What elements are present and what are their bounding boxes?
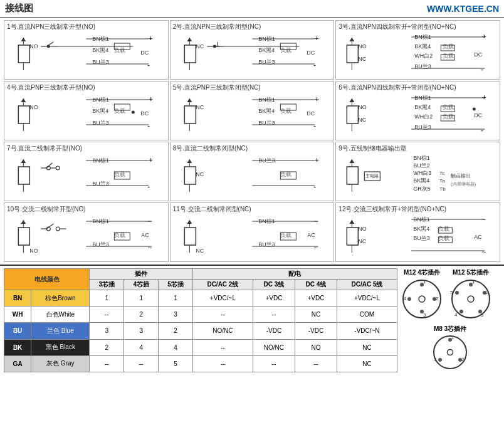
table-section: 电线颜色 插件 配电 3芯插 4芯插 5芯插 DC/AC 2线 DC 3线 DC… bbox=[0, 266, 504, 375]
svg-text:NO: NO bbox=[29, 43, 38, 50]
diagram-8: 8号.直流二线制常闭型(NC) NC BU兰3 负载 + - bbox=[170, 142, 335, 201]
color-code-ga: GA bbox=[4, 355, 31, 372]
svg-marker-63 bbox=[21, 98, 26, 102]
svg-text:Tc: Tc bbox=[440, 171, 445, 176]
svg-text:NO: NO bbox=[29, 104, 38, 110]
svg-text:+: + bbox=[483, 93, 486, 101]
svg-text:3: 3 bbox=[481, 312, 484, 318]
color-code-bu: BU bbox=[4, 323, 31, 339]
color-name-bu: 兰色 Blue bbox=[31, 323, 90, 339]
svg-text:+: + bbox=[149, 34, 152, 42]
table-row: BU 兰色 Blue 3 3 2 NO/NC -VDC -VDC -VDC/~N bbox=[4, 323, 397, 339]
svg-point-230 bbox=[448, 350, 453, 355]
svg-rect-91 bbox=[347, 106, 359, 123]
wiring-table: 电线颜色 插件 配电 3芯插 4芯插 5芯插 DC/AC 2线 DC 3线 DC… bbox=[4, 268, 397, 372]
svg-text:NC: NC bbox=[196, 43, 204, 50]
svg-marker-131 bbox=[187, 159, 192, 163]
connector-diagrams: M12 4芯插件 1 2 3 4 bbox=[400, 268, 500, 372]
svg-text:负载: 负载 bbox=[280, 47, 291, 53]
svg-rect-140 bbox=[347, 167, 359, 184]
svg-marker-23 bbox=[187, 38, 192, 41]
svg-text:-: - bbox=[147, 122, 150, 129]
svg-text:AC: AC bbox=[475, 234, 483, 240]
color-code-wh: WH bbox=[4, 307, 31, 323]
svg-point-72 bbox=[132, 111, 135, 114]
svg-text:BK黑4: BK黑4 bbox=[415, 43, 431, 50]
website-url: WWW.KTGEE.CN bbox=[427, 4, 499, 14]
diagram-2: 2号.直流NPN三线制常闭型(NC) NC BN棕1 BK黑4 负载 bbox=[170, 20, 335, 80]
svg-text:-: - bbox=[481, 65, 484, 73]
diagram-1-title: 1号.直流NPN三线制常开型(NO) bbox=[7, 23, 165, 31]
svg-text:负载: 负载 bbox=[114, 47, 125, 53]
diagram-1: 1号.直流NPN三线制常开型(NO) NO BN棕1 BK黑4 bbox=[4, 20, 169, 80]
svg-text:负载: 负载 bbox=[443, 43, 454, 50]
svg-marker-3 bbox=[21, 38, 26, 41]
m8-3pin-label: M8 3芯插件 bbox=[400, 325, 500, 333]
color-code-bn: BN bbox=[4, 290, 31, 307]
power-header: 配电 bbox=[192, 269, 397, 280]
col-4pin: 4芯插 bbox=[124, 280, 159, 290]
diagrams-section: 1号.直流NPN三线制常开型(NO) NO BN棕1 BK黑4 bbox=[0, 18, 504, 266]
table-row: BN 棕色Brown 1 1 1 +VDC/~L +VDC +VDC +VDC/… bbox=[4, 290, 397, 307]
svg-text:WH白2: WH白2 bbox=[415, 113, 433, 120]
diagram-8-title: 8号.直流二线制常闭型(NC) bbox=[173, 144, 332, 153]
svg-text:DC: DC bbox=[307, 110, 315, 117]
svg-text:NC: NC bbox=[359, 238, 367, 244]
header: 接线图 WWW.KTGEE.CN bbox=[0, 0, 504, 18]
svg-text:～: ～ bbox=[313, 244, 319, 251]
diagram-6: 6号.直流NPN四线制常开+常闭型(NO+NC) NO NC BN棕1 BK黑4… bbox=[335, 81, 500, 140]
color-name-ga: 灰色 Gray bbox=[31, 355, 90, 372]
svg-line-7 bbox=[46, 42, 53, 46]
svg-text:NC: NC bbox=[359, 117, 367, 123]
svg-text:负载: 负载 bbox=[443, 104, 454, 110]
diagram-7-title: 7号.直流二线制常开型(NO) bbox=[7, 144, 165, 153]
svg-rect-111 bbox=[18, 167, 29, 184]
svg-marker-159 bbox=[21, 220, 26, 224]
diagram-10-title: 10号.交流二线制常开型(NO) bbox=[7, 205, 165, 214]
svg-text:BK黑4: BK黑4 bbox=[92, 108, 108, 114]
svg-text:4: 4 bbox=[404, 296, 407, 302]
svg-point-116 bbox=[56, 166, 60, 170]
diagram-12: 12号.交流三线制常开+常闭型(NO+NC) NO NC BN棕1 BK黑4 负… bbox=[335, 202, 500, 262]
diagram-12-title: 12号.交流三线制常开+常闭型(NO+NC) bbox=[339, 205, 497, 214]
svg-text:DC: DC bbox=[140, 110, 149, 117]
svg-text:负载: 负载 bbox=[280, 108, 291, 114]
diagram-4: 4号.直流PNP三线制常开型(NO) NO BN棕1 BK黑4 负载 BU兰3 … bbox=[4, 81, 169, 140]
diagram-6-title: 6号.直流NPN四线制常开+常闭型(NO+NC) bbox=[339, 83, 497, 92]
svg-text:+: + bbox=[149, 156, 152, 164]
diagram-3-title: 3号.直流NPN四线制常开+常闭型(NO+NC) bbox=[339, 23, 497, 31]
svg-marker-94 bbox=[350, 98, 355, 102]
svg-rect-128 bbox=[184, 167, 196, 184]
svg-point-106 bbox=[473, 108, 476, 111]
svg-text:(内置继电器): (内置继电器) bbox=[451, 182, 476, 187]
svg-text:BK黑4: BK黑4 bbox=[258, 108, 275, 114]
svg-text:+: + bbox=[483, 33, 486, 40]
svg-marker-192 bbox=[350, 220, 355, 224]
svg-text:NC: NC bbox=[196, 171, 204, 177]
col-3pin: 3芯插 bbox=[90, 280, 124, 290]
svg-text:1: 1 bbox=[451, 335, 454, 340]
diagram-9-title: 9号.五线制继电器输出型 bbox=[339, 144, 497, 153]
diagrams-grid: 1号.直流NPN三线制常开型(NO) NO BN棕1 BK黑4 bbox=[4, 20, 500, 262]
svg-text:WH白2: WH白2 bbox=[415, 53, 433, 59]
svg-line-119 bbox=[46, 163, 52, 168]
svg-text:+: + bbox=[315, 95, 318, 103]
svg-text:-: - bbox=[313, 182, 316, 190]
plugin-header: 插件 bbox=[90, 269, 192, 280]
col-5pin: 5芯插 bbox=[159, 280, 193, 290]
svg-rect-41 bbox=[347, 45, 359, 63]
svg-text:-: - bbox=[147, 61, 150, 68]
svg-point-212 bbox=[407, 297, 411, 301]
svg-text:+: + bbox=[149, 95, 152, 103]
svg-rect-20 bbox=[184, 45, 196, 63]
svg-point-218 bbox=[468, 296, 474, 302]
table-row: BK 黑色 Black 2 4 4 -- NO/NC NO NC bbox=[4, 339, 397, 355]
color-header: 电线颜色 bbox=[4, 269, 90, 290]
svg-marker-114 bbox=[21, 159, 26, 163]
svg-text:BK黑4: BK黑4 bbox=[258, 47, 275, 53]
diagram-5: 5号.直流PNP三线制常闭型(NC) NC BN棕1 BK黑4 负载 BU兰3 … bbox=[170, 81, 335, 140]
svg-text:1: 1 bbox=[423, 279, 426, 285]
diagram-5-title: 5号.直流PNP三线制常闭型(NC) bbox=[173, 83, 332, 92]
svg-text:NC: NC bbox=[196, 104, 204, 110]
svg-text:NC: NC bbox=[196, 248, 204, 254]
